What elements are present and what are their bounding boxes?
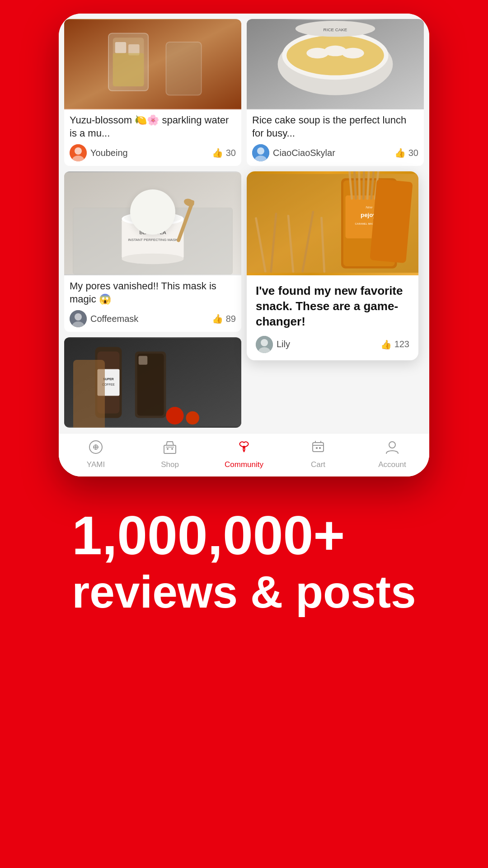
mask-image: BLACK TEA INSTANT PERFECTING MASK — [64, 171, 241, 275]
cart-icon — [310, 439, 326, 458]
svg-point-22 — [75, 313, 82, 321]
svg-rect-0 — [64, 20, 241, 108]
yuzu-post-info: Yuzu-blossom 🍋🌸 sparkling water is a mu.… — [64, 109, 241, 166]
stats-description: reviews & posts — [72, 567, 416, 617]
mask-avatar-img — [70, 310, 87, 327]
account-nav-svg — [384, 439, 400, 455]
post-card-rice[interactable]: RICE CAKE Rice cake soup is the perfect … — [247, 19, 424, 166]
svg-point-68 — [261, 339, 268, 346]
svg-rect-3 — [115, 42, 127, 53]
svg-text:pejoy.: pejoy. — [361, 212, 377, 218]
pejoy-author-name: Lily — [277, 339, 290, 349]
yuzu-like-count: 30 — [226, 148, 236, 158]
rice-likes: 👍 30 — [394, 147, 418, 158]
svg-point-14 — [122, 254, 183, 264]
yuzu-author: Youbeing — [70, 144, 128, 161]
rice-like-count: 30 — [408, 148, 418, 158]
bottom-nav: YAMI Shop — [59, 433, 429, 476]
shop-nav-svg — [162, 439, 178, 455]
like-icon-pejoy: 👍 — [380, 339, 392, 350]
rice-avatar — [252, 144, 269, 161]
mask-title: My pores vanished!! This mask is magic 😱 — [70, 280, 236, 306]
svg-text:SUPER: SUPER — [103, 377, 114, 381]
mask-author-name: Coffeemask — [90, 314, 138, 324]
yuzu-avatar-img — [70, 144, 87, 161]
mask-author: Coffeemask — [70, 310, 138, 327]
nav-item-community[interactable]: Community — [207, 439, 281, 469]
svg-text:New: New — [366, 205, 373, 209]
post-grid: Yuzu-blossom 🍋🌸 sparkling water is a mu.… — [59, 14, 429, 433]
pejoy-avatar — [256, 336, 273, 353]
pejoy-likes: 👍 123 — [380, 339, 409, 350]
yuzu-likes: 👍 30 — [212, 147, 236, 158]
nav-item-account[interactable]: Account — [355, 439, 429, 469]
svg-point-8 — [75, 147, 82, 155]
mask-post-info: My pores vanished!! This mask is magic 😱 — [64, 275, 241, 332]
cart-nav-svg — [310, 439, 326, 455]
svg-point-34 — [186, 411, 199, 425]
svg-rect-32 — [139, 356, 148, 365]
rice-author: CiaoCiaoSkylar — [252, 144, 335, 161]
shop-label: Shop — [161, 460, 179, 469]
svg-point-41 — [342, 48, 364, 59]
yuzu-title: Yuzu-blossom 🍋🌸 sparkling water is a mu.… — [70, 114, 236, 140]
svg-text:BLACK TEA: BLACK TEA — [139, 230, 166, 236]
pejoy-meta: Lily 👍 123 — [256, 336, 409, 353]
svg-rect-82 — [319, 447, 321, 449]
svg-point-75 — [167, 448, 169, 450]
nav-item-yami[interactable]: YAMI — [59, 439, 133, 469]
svg-text:COFFEE: COFFEE — [102, 383, 115, 386]
mask-svg: BLACK TEA INSTANT PERFECTING MASK — [64, 171, 241, 275]
mask-avatar — [70, 310, 87, 327]
account-icon — [384, 439, 400, 458]
coffee-svg: SUPER COFFEE — [64, 337, 241, 428]
pejoy-svg: New pejoy. CARAMEL MACCHIATO — [247, 171, 418, 275]
pejoy-title: I've found my new favorite snack. These … — [256, 283, 409, 329]
rice-title: Rice cake soup is the perfect lunch for … — [252, 114, 418, 140]
svg-point-76 — [171, 448, 173, 450]
cart-label: Cart — [311, 460, 325, 469]
nav-item-cart[interactable]: Cart — [281, 439, 355, 469]
svg-rect-79 — [313, 443, 324, 452]
yuzu-author-name: Youbeing — [90, 148, 128, 158]
phone-mockup: Yuzu-blossom 🍋🌸 sparkling water is a mu.… — [59, 14, 429, 476]
svg-rect-6 — [166, 42, 201, 95]
community-nav-svg — [236, 439, 252, 455]
yami-icon — [88, 439, 104, 458]
pejoy-author: Lily — [256, 336, 290, 353]
stats-section: 1,000,000+ reviews & posts — [40, 476, 447, 653]
pejoy-like-count: 123 — [394, 339, 409, 349]
post-card-yuzu[interactable]: Yuzu-blossom 🍋🌸 sparkling water is a mu.… — [64, 19, 241, 166]
svg-text:CARAMEL MACCHIATO: CARAMEL MACCHIATO — [355, 222, 384, 225]
like-icon-mask: 👍 — [212, 313, 223, 324]
rice-meta: CiaoCiaoSkylar 👍 30 — [252, 144, 418, 161]
mask-meta: Coffeemask 👍 89 — [70, 310, 236, 327]
post-card-pejoy[interactable]: New pejoy. CARAMEL MACCHIATO — [247, 171, 418, 360]
post-card-coffee[interactable]: SUPER COFFEE — [64, 337, 241, 428]
right-column: RICE CAKE Rice cake soup is the perfect … — [247, 19, 424, 428]
rice-author-name: CiaoCiaoSkylar — [273, 148, 335, 158]
yuzu-avatar — [70, 144, 87, 161]
nav-item-shop[interactable]: Shop — [133, 439, 207, 469]
community-icon — [236, 439, 252, 458]
pejoy-image: New pejoy. CARAMEL MACCHIATO — [247, 171, 418, 275]
yuzu-image — [64, 19, 241, 109]
svg-rect-81 — [316, 447, 318, 449]
yuzu-image-svg — [64, 19, 241, 109]
pejoy-avatar-img — [256, 336, 273, 353]
mask-likes: 👍 89 — [212, 313, 236, 324]
pejoy-post-info: I've found my new favorite snack. These … — [247, 275, 418, 360]
yuzu-meta: Youbeing 👍 30 — [70, 144, 236, 161]
account-label: Account — [378, 460, 406, 469]
page-wrapper: Yuzu-blossom 🍋🌸 sparkling water is a mu.… — [0, 0, 488, 868]
like-icon-yuzu: 👍 — [212, 147, 223, 158]
post-card-mask[interactable]: BLACK TEA INSTANT PERFECTING MASK My por… — [64, 171, 241, 332]
mask-like-count: 89 — [226, 314, 236, 324]
svg-point-16 — [124, 213, 181, 224]
coffee-image: SUPER COFFEE — [64, 337, 241, 428]
svg-text:RICE CAKE: RICE CAKE — [324, 27, 347, 32]
svg-text:INSTANT PERFECTING MASK: INSTANT PERFECTING MASK — [128, 238, 178, 242]
rice-image: RICE CAKE — [247, 19, 424, 109]
left-column: Yuzu-blossom 🍋🌸 sparkling water is a mu.… — [64, 19, 241, 428]
phone-content: Yuzu-blossom 🍋🌸 sparkling water is a mu.… — [59, 14, 429, 476]
